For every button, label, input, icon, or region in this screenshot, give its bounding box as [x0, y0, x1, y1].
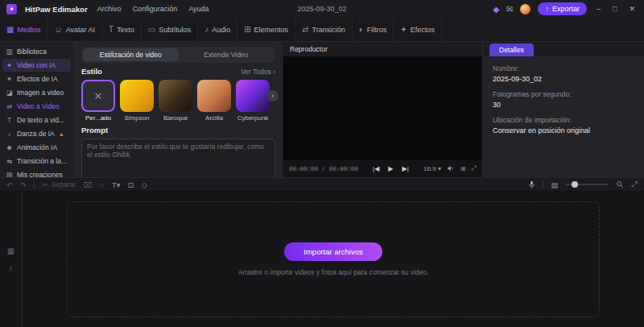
sidebar-item-label: Animación IA	[17, 143, 57, 151]
style-card-label: Baroque	[159, 114, 192, 122]
styles-next-arrow[interactable]: ›	[267, 90, 279, 101]
keyframe-icon[interactable]: ◇	[142, 180, 147, 189]
video-to-video-icon: ⇄	[6, 102, 13, 110]
name-value: 2025-09-30_02	[493, 75, 634, 83]
fit-timeline-icon[interactable]: ⤢	[631, 180, 638, 189]
avatar-ai-icon: ☺	[54, 25, 62, 34]
track-split-icon[interactable]: ▤	[551, 180, 558, 189]
chevron-right-icon: ›	[273, 68, 275, 76]
my-creations-icon: ▨	[6, 171, 13, 177]
text-icon: T	[109, 25, 114, 34]
sidebar-item-video-a-video[interactable]: ⇄ Video a Video	[2, 100, 71, 113]
style-card-baroque[interactable]: Baroque	[159, 80, 192, 122]
tab-estilizacion-video[interactable]: Estilización de video	[83, 48, 179, 61]
tab-medios[interactable]: ▦ Medios	[0, 18, 47, 41]
menu-archivo[interactable]: Archivo	[96, 3, 123, 14]
delete-icon[interactable]: ⌧	[83, 180, 92, 189]
fps-value: 30	[493, 101, 634, 109]
tab-transicion[interactable]: ⇄ Transición	[295, 18, 353, 41]
drop-hint-text: Arrastre o importe videos y fotos aquí p…	[238, 268, 429, 276]
tab-efectos[interactable]: ✦ Efectos	[394, 18, 441, 41]
timeline-drop-zone[interactable]: Importar archivos Arrastre o importe vid…	[23, 192, 644, 327]
text-tool-icon[interactable]: T▾	[112, 180, 121, 189]
sidebar-item-danza-de-ia[interactable]: ♪ Danza de IA ▲	[2, 127, 71, 140]
tab-avatar-ai[interactable]: ☺ Avatar AI	[47, 18, 102, 41]
promo-icon[interactable]: ◆	[493, 5, 499, 14]
audio-track-icon[interactable]: ♪	[9, 263, 13, 272]
sidebar-item-animacion-ia[interactable]: ◈ Animación IA	[2, 141, 71, 154]
stylize-panel: Estilización de video Extende Video Esti…	[74, 42, 283, 177]
feedback-icon[interactable]: ✉	[506, 5, 513, 14]
player-panel: Reproductor 00:00:00 / 00:00:00 |◀ ▶ ▶| …	[283, 42, 483, 177]
sidebar-item-texto-a-video[interactable]: T De texto a vid...	[2, 114, 71, 126]
video-preview[interactable]	[283, 56, 482, 159]
tab-audio[interactable]: ♪ Audio	[198, 18, 237, 41]
magnet-icon[interactable]: ∩	[99, 180, 105, 189]
tab-label: Subtítulos	[159, 26, 191, 34]
play-icon[interactable]: ▶	[388, 165, 393, 172]
sidebar-item-biblioteca[interactable]: ▥ Biblioteca	[2, 45, 71, 58]
crop-icon[interactable]: ⊡	[128, 180, 134, 189]
zoom-magnifier-icon[interactable]	[616, 180, 624, 188]
media-track-icon[interactable]: ▦	[7, 246, 14, 255]
split-scissors-icon[interactable]: ✂	[42, 180, 48, 189]
menu-configuracion[interactable]: Configuración	[131, 3, 180, 14]
style-card-simpson[interactable]: Simpson	[120, 80, 154, 122]
tab-subtitulos[interactable]: ▭ Subtítulos	[142, 18, 198, 41]
tab-filtros[interactable]: ◐ Filtros	[353, 18, 394, 41]
redo-icon[interactable]: ↷	[20, 180, 27, 189]
style-card-personalizado[interactable]: ✕ Per...ado	[81, 80, 115, 122]
grid-view-icon[interactable]: ⊞	[460, 165, 466, 172]
sidebar-item-label: Transición a la...	[17, 157, 67, 165]
sidebar-item-label: Video con IA	[17, 61, 56, 69]
menu-ayuda[interactable]: Ayuda	[187, 3, 210, 14]
sidebar-item-efectos-de-ia[interactable]: ✶ Efectos de IA	[2, 72, 71, 85]
elements-icon: ⊞	[244, 25, 250, 34]
export-button[interactable]: ↑ Exportar	[538, 2, 587, 15]
undo-icon[interactable]: ↶	[6, 180, 13, 189]
prev-frame-icon[interactable]: |◀	[373, 165, 379, 172]
library-icon: ▥	[6, 48, 13, 56]
tab-detalles[interactable]: Detalles	[489, 43, 534, 56]
sidebar-item-transicion-ia[interactable]: ⇆ Transición a la...	[2, 155, 71, 168]
tab-texto[interactable]: T Texto	[102, 18, 142, 41]
minimize-button[interactable]: –	[594, 5, 603, 13]
aspect-ratio-selector[interactable]: 16:9 ▾	[423, 165, 441, 172]
tab-elementos[interactable]: ⊞ Elementos	[237, 18, 295, 41]
timeline-zoom-slider[interactable]	[565, 184, 609, 185]
app-name: HitPaw Edimakor	[25, 5, 88, 14]
tab-label: Filtros	[367, 26, 387, 34]
sidebar-item-imagen-a-video[interactable]: ◪ Imagen a video	[2, 86, 71, 99]
style-card-arcilla[interactable]: Arcilla	[197, 80, 231, 122]
sidebar-item-label: Efectos de IA	[17, 75, 58, 83]
close-button[interactable]: ✕	[626, 5, 638, 13]
style-card-cyberpunk[interactable]: Cyberpunk	[236, 80, 270, 122]
text-to-video-icon: T	[6, 116, 13, 124]
zoom-slider-handle[interactable]	[572, 181, 578, 188]
ribbon-tabs: ▦ Medios ☺ Avatar AI T Texto ▭ Subtítulo…	[0, 18, 644, 42]
user-avatar[interactable]	[520, 4, 530, 14]
content-area: ▥ Biblioteca ✦ Video con IA ✶ Efectos de…	[0, 42, 644, 177]
details-panel: Detalles Nombre: 2025-09-30_02 Fotograma…	[483, 42, 644, 177]
fullscreen-icon[interactable]: ⤢	[472, 164, 477, 172]
app-logo-icon: ✦	[6, 4, 17, 14]
sidebar-item-mis-creaciones[interactable]: ▨ Mis creaciones	[2, 168, 71, 177]
import-files-button[interactable]: Importar archivos	[284, 242, 382, 261]
maximize-button[interactable]: □	[610, 5, 619, 13]
volume-icon[interactable]	[447, 164, 455, 172]
next-frame-icon[interactable]: ▶|	[402, 165, 409, 172]
name-label: Nombre:	[493, 64, 634, 72]
ai-animation-icon: ◈	[6, 143, 13, 151]
title-bar: ✦ HitPaw Edimakor Archivo Configuración …	[0, 0, 644, 18]
microphone-icon[interactable]	[528, 180, 535, 189]
see-all-link[interactable]: Ver Todos ›	[241, 68, 275, 76]
sidebar-item-label: Video a Video	[17, 102, 60, 110]
fps-label: Fotogramas por segundo:	[493, 90, 634, 98]
sidebar-item-label: Biblioteca	[17, 48, 47, 56]
toolbar-divider	[543, 180, 543, 188]
sidebar-item-label: Imagen a video	[17, 89, 64, 97]
tab-extender-video[interactable]: Extende Video	[179, 48, 275, 61]
prompt-input[interactable]	[87, 143, 270, 176]
sidebar-item-video-con-ia[interactable]: ✦ Video con IA	[2, 59, 71, 72]
split-label: Separar	[52, 180, 76, 188]
